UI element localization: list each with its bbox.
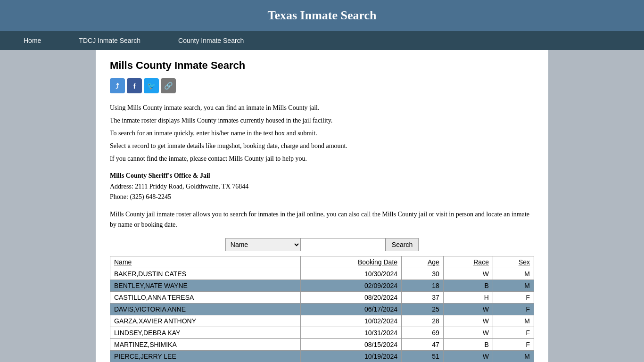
cell-name: MARTINEZ,SHIMIKA xyxy=(110,338,301,350)
social-share-bar: ⤴ f 🐦 🔗 xyxy=(110,78,534,93)
link-icon[interactable]: 🔗 xyxy=(161,78,176,93)
cell-name: PIERCE,JERRY LEE xyxy=(110,350,301,362)
cell-booking-date: 02/09/2024 xyxy=(301,280,402,291)
navigation: Home TDCJ Inmate Search County Inmate Se… xyxy=(0,31,644,50)
cell-sex: M xyxy=(493,350,534,362)
cell-age: 18 xyxy=(402,280,444,291)
share-icon[interactable]: ⤴ xyxy=(110,78,125,93)
cell-race: B xyxy=(443,338,493,350)
nav-home[interactable]: Home xyxy=(5,31,60,50)
cell-sex: M xyxy=(493,315,534,327)
cell-name: LINDSEY,DEBRA KAY xyxy=(110,327,301,338)
cell-age: 47 xyxy=(402,338,444,350)
inmate-table-body: BAKER,DUSTIN CATES 10/30/2024 30 W M BEN… xyxy=(110,268,534,362)
cell-age: 37 xyxy=(402,291,444,303)
cell-age: 30 xyxy=(402,268,444,280)
cell-race: W xyxy=(443,327,493,338)
cell-race: W xyxy=(443,303,493,315)
sheriff-address: Address: 2111 Priddy Road, Goldthwaite, … xyxy=(110,181,534,192)
cell-name: GARZA,XAVIER ANTHONY xyxy=(110,315,301,327)
table-row[interactable]: CASTILLO,ANNA TERESA 08/20/2024 37 H F xyxy=(110,291,534,303)
cell-booking-date: 10/30/2024 xyxy=(301,268,402,280)
cell-booking-date: 08/15/2024 xyxy=(301,338,402,350)
cell-booking-date: 10/31/2024 xyxy=(301,327,402,338)
nav-tdcj[interactable]: TDCJ Inmate Search xyxy=(60,31,159,50)
table-row[interactable]: BENTLEY,NATE WAYNE 02/09/2024 18 B M xyxy=(110,280,534,291)
cell-sex: F xyxy=(493,338,534,350)
search-type-dropdown[interactable]: Name Booking Date xyxy=(225,238,301,251)
cell-booking-date: 06/17/2024 xyxy=(301,303,402,315)
sheriff-info-block: Mills County Sheriff's Office & Jail Add… xyxy=(110,172,534,203)
cell-race: W xyxy=(443,315,493,327)
cell-race: H xyxy=(443,291,493,303)
page-title: Mills County Inmate Search xyxy=(110,59,534,72)
sheriff-title: Mills County Sheriff's Office & Jail xyxy=(110,172,534,180)
desc-line-2: The inmate roster displays Mills County … xyxy=(110,115,534,125)
nav-county[interactable]: County Inmate Search xyxy=(159,31,263,50)
cell-sex: F xyxy=(493,291,534,303)
cell-booking-date: 10/02/2024 xyxy=(301,315,402,327)
main-content: Mills County Inmate Search ⤴ f 🐦 🔗 Using… xyxy=(96,50,548,362)
cell-sex: F xyxy=(493,327,534,338)
cell-name: CASTILLO,ANNA TERESA xyxy=(110,291,301,303)
facebook-icon[interactable]: f xyxy=(127,78,142,93)
table-row[interactable]: DAVIS,VICTORIA ANNE 06/17/2024 25 W F xyxy=(110,303,534,315)
table-header-row: Name Booking Date Age Race Sex xyxy=(110,256,534,268)
cell-name: BENTLEY,NATE WAYNE xyxy=(110,280,301,291)
table-row[interactable]: MARTINEZ,SHIMIKA 08/15/2024 47 B F xyxy=(110,338,534,350)
cell-race: W xyxy=(443,350,493,362)
site-title: Texas Inmate Search xyxy=(5,8,639,23)
table-row[interactable]: GARZA,XAVIER ANTHONY 10/02/2024 28 W M xyxy=(110,315,534,327)
col-name[interactable]: Name xyxy=(110,256,301,268)
col-race[interactable]: Race xyxy=(443,256,493,268)
desc-line-3: To search for an inmate quickly, enter h… xyxy=(110,128,534,138)
search-input[interactable] xyxy=(301,238,386,251)
roster-description: Mills County jail inmate roster allows y… xyxy=(110,209,534,230)
cell-race: W xyxy=(443,268,493,280)
sheriff-phone: Phone: (325) 648-2245 xyxy=(110,192,534,202)
desc-line-1: Using Mills County inmate search, you ca… xyxy=(110,103,534,113)
twitter-icon[interactable]: 🐦 xyxy=(144,78,159,93)
cell-sex: M xyxy=(493,268,534,280)
cell-sex: M xyxy=(493,280,534,291)
col-sex[interactable]: Sex xyxy=(493,256,534,268)
cell-age: 51 xyxy=(402,350,444,362)
cell-race: B xyxy=(443,280,493,291)
inmate-table: Name Booking Date Age Race Sex BAKER,DUS… xyxy=(110,256,534,362)
cell-age: 28 xyxy=(402,315,444,327)
search-bar: Name Booking Date Search xyxy=(110,238,534,251)
col-booking-date[interactable]: Booking Date xyxy=(301,256,402,268)
desc-line-4: Select a record to get inmate details li… xyxy=(110,141,534,151)
table-row[interactable]: BAKER,DUSTIN CATES 10/30/2024 30 W M xyxy=(110,268,534,280)
table-row[interactable]: PIERCE,JERRY LEE 10/19/2024 51 W M xyxy=(110,350,534,362)
cell-sex: F xyxy=(493,303,534,315)
header: Texas Inmate Search xyxy=(0,0,644,31)
inmate-table-wrapper: Name Booking Date Age Race Sex BAKER,DUS… xyxy=(110,256,534,362)
cell-age: 69 xyxy=(402,327,444,338)
search-button[interactable]: Search xyxy=(386,238,419,251)
cell-booking-date: 08/20/2024 xyxy=(301,291,402,303)
cell-booking-date: 10/19/2024 xyxy=(301,350,402,362)
desc-line-5: If you cannot find the inmate, please co… xyxy=(110,154,534,164)
table-row[interactable]: LINDSEY,DEBRA KAY 10/31/2024 69 W F xyxy=(110,327,534,338)
col-age[interactable]: Age xyxy=(402,256,444,268)
cell-name: DAVIS,VICTORIA ANNE xyxy=(110,303,301,315)
cell-age: 25 xyxy=(402,303,444,315)
cell-name: BAKER,DUSTIN CATES xyxy=(110,268,301,280)
description-block: Using Mills County inmate search, you ca… xyxy=(110,103,534,164)
